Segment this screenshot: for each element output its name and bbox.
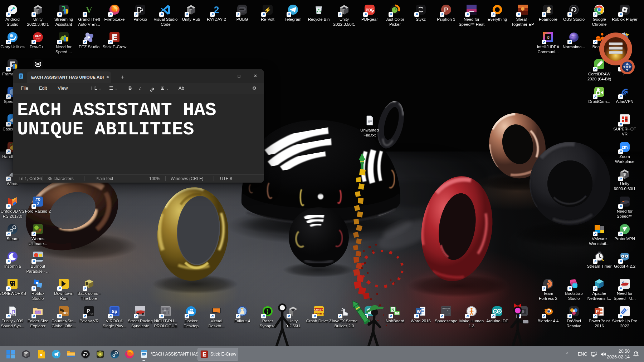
svg-text:P: P [87,308,90,314]
svg-text:VR: VR [91,313,94,315]
svg-text:Sp: Sp [112,309,117,314]
svg-text:GO: GO [63,311,68,315]
svg-text:P: P [444,6,448,14]
svg-text:P: P [596,309,599,314]
svg-text:2: 2 [36,202,39,206]
svg-text:Spacescape: Spacescape [442,307,450,309]
svg-text:zm: zm [622,145,628,150]
svg-text:MP3: MP3 [11,314,14,316]
svg-text:N: N [391,308,394,312]
svg-text:++: ++ [36,37,40,41]
svg-text:CRASH: CRASH [314,308,323,311]
svg-text:6: 6 [624,172,626,177]
svg-text:IJ: IJ [547,36,550,39]
svg-text:W: W [417,309,421,314]
